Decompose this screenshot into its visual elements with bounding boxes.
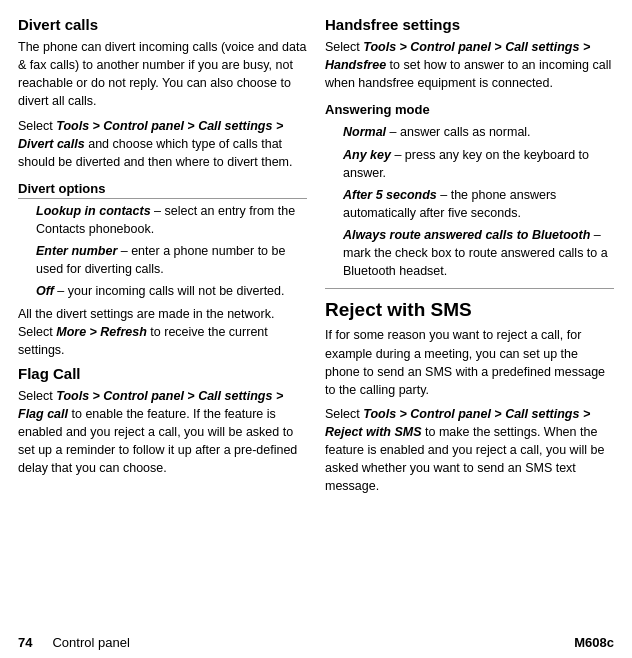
flag-call-title: Flag Call [18,365,307,382]
divert-options-items: Lookup in contacts – select an entry fro… [36,202,307,301]
handsfree-para1: Select Tools > Control panel > Call sett… [325,38,614,92]
handsfree-title: Handsfree settings [325,16,614,33]
footer: 74 Control panel M608c [0,629,632,658]
left-column: Divert calls The phone can divert incomi… [18,16,307,629]
reject-sms-title: Reject with SMS [325,299,614,321]
content-area: Divert calls The phone can divert incomi… [0,0,632,629]
answering-mode-block: Answering mode Normal – answer calls as … [325,102,614,289]
right-column: Handsfree settings Select Tools > Contro… [325,16,614,629]
divert-item-lookup: Lookup in contacts – select an entry fro… [36,202,307,238]
divert-calls-para2: Select Tools > Control panel > Call sett… [18,117,307,171]
footer-page-number: 74 [18,635,32,650]
reject-sms-para2: Select Tools > Control panel > Call sett… [325,405,614,496]
footer-section-label: Control panel [52,635,129,650]
footer-page-section: 74 Control panel [18,635,130,650]
answering-item-bluetooth: Always route answered calls to Bluetooth… [343,226,614,280]
divert-calls-para3: All the divert settings are made in the … [18,305,307,359]
answering-item-anykey: Any key – press any key on the keyboard … [343,146,614,182]
divert-calls-title: Divert calls [18,16,307,33]
reject-sms-para1: If for some reason you want to reject a … [325,326,614,399]
answering-mode-items: Normal – answer calls as normal. Any key… [343,123,614,280]
footer-model: M608c [574,635,614,650]
flag-call-para1: Select Tools > Control panel > Call sett… [18,387,307,478]
answering-item-5sec: After 5 seconds – the phone answers auto… [343,186,614,222]
divert-options-label: Divert options [18,181,307,199]
page-container: Divert calls The phone can divert incomi… [0,0,632,658]
reject-sms-section: Reject with SMS If for some reason you w… [325,299,614,495]
answering-item-normal: Normal – answer calls as normal. [343,123,614,141]
divert-calls-para1: The phone can divert incoming calls (voi… [18,38,307,111]
answering-mode-label: Answering mode [325,102,614,119]
flag-call-section: Flag Call Select Tools > Control panel >… [18,365,307,478]
divert-item-off: Off – your incoming calls will not be di… [36,282,307,300]
divert-item-enter-number: Enter number – enter a phone number to b… [36,242,307,278]
divert-calls-section: Divert calls The phone can divert incomi… [18,16,307,359]
handsfree-section: Handsfree settings Select Tools > Contro… [325,16,614,289]
